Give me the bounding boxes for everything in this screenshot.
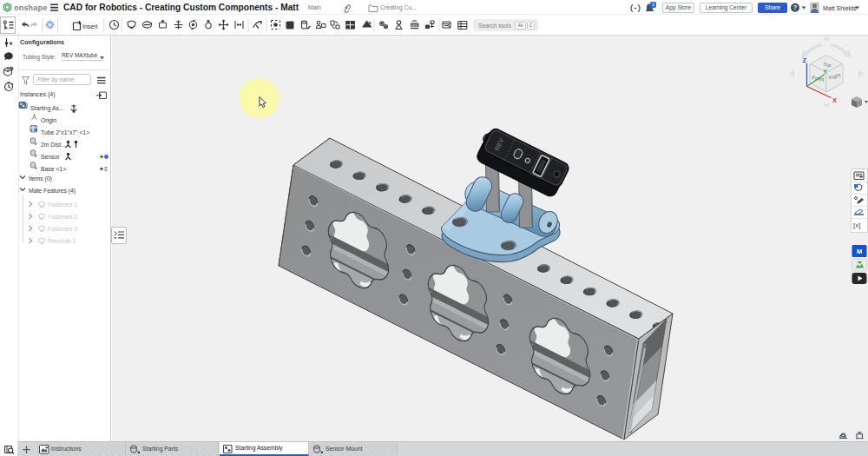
- svg-text:[x]: [x]: [853, 221, 860, 229]
- svg-text:M: M: [857, 248, 862, 255]
- svg-text:Y: Y: [824, 69, 828, 75]
- svg-text:X: X: [832, 96, 837, 104]
- svg-text:Z: Z: [803, 56, 807, 64]
